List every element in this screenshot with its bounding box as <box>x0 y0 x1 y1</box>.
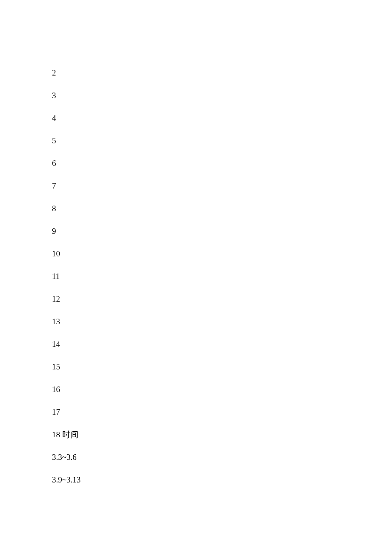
text-line: 8 <box>52 204 392 212</box>
text-line: 3.3~3.6 <box>52 453 392 461</box>
text-line: 6 <box>52 159 392 167</box>
text-line: 4 <box>52 114 392 122</box>
text-line: 10 <box>52 250 392 258</box>
text-line: 12 <box>52 295 392 303</box>
document-content: 2 3 4 5 6 7 8 9 10 11 12 13 14 15 16 17 … <box>52 69 392 484</box>
text-line: 11 <box>52 272 392 280</box>
text-line: 18 时间 <box>52 430 392 439</box>
text-line: 7 <box>52 182 392 190</box>
text-line: 2 <box>52 69 392 77</box>
text-line: 15 <box>52 363 392 371</box>
text-line: 14 <box>52 340 392 348</box>
text-line: 5 <box>52 137 392 145</box>
text-line: 17 <box>52 408 392 416</box>
text-line: 9 <box>52 227 392 235</box>
text-line: 13 <box>52 317 392 325</box>
text-line: 3.9~3.13 <box>52 476 392 484</box>
text-line: 16 <box>52 385 392 393</box>
text-line: 3 <box>52 91 392 99</box>
